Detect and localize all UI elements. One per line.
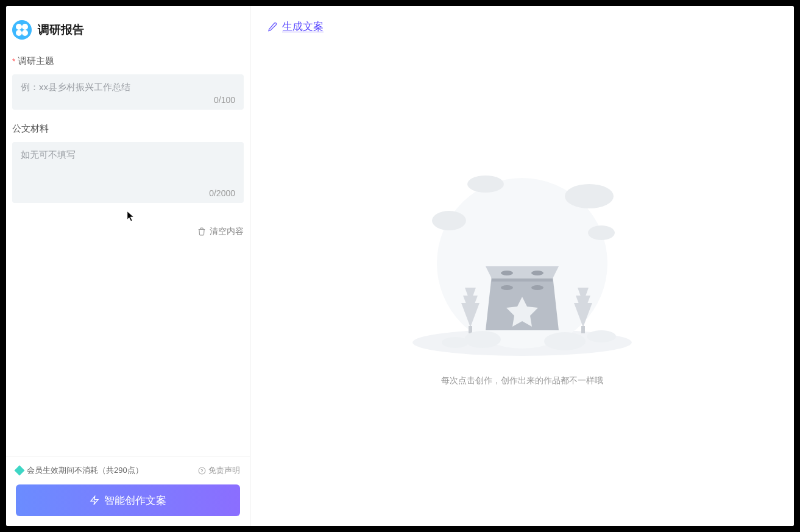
- topic-label: * 调研主题: [12, 55, 244, 67]
- edit-icon: [267, 22, 277, 32]
- svg-point-15: [587, 330, 616, 342]
- points-info: 会员生效期间不消耗（共290点）: [16, 465, 143, 476]
- svg-point-14: [544, 332, 586, 350]
- diamond-icon: [15, 466, 25, 476]
- topic-counter: 0/100: [21, 95, 235, 105]
- svg-point-9: [501, 271, 513, 275]
- form-group-topic: * 调研主题 0/100: [12, 55, 244, 110]
- svg-point-13: [464, 331, 501, 348]
- sidebar: 调研报告 * 调研主题 0/100 公文材料 0/2000: [6, 6, 250, 526]
- empty-text: 每次点击创作，创作出来的作品都不一样哦: [441, 375, 603, 386]
- form-group-material: 公文材料 0/2000: [12, 123, 244, 203]
- disclaimer-link[interactable]: 免责声明: [198, 465, 240, 476]
- topic-label-text: 调研主题: [18, 55, 54, 67]
- svg-point-0: [199, 467, 205, 474]
- svg-point-4: [565, 184, 614, 208]
- disclaimer-text: 免责声明: [208, 465, 240, 476]
- svg-rect-8: [581, 326, 585, 333]
- main-header: 生成文案: [267, 20, 777, 34]
- create-button[interactable]: 智能创作文案: [16, 484, 240, 516]
- generate-tab[interactable]: 生成文案: [282, 20, 324, 34]
- material-label: 公文材料: [12, 123, 244, 135]
- empty-state: 每次点击创作，创作出来的作品都不一样哦: [267, 34, 777, 512]
- trash-icon: [197, 227, 206, 236]
- main-area: 生成文案: [250, 6, 794, 526]
- create-button-label: 智能创作文案: [104, 494, 166, 508]
- app-logo-icon: [12, 20, 32, 40]
- svg-point-12: [531, 285, 543, 290]
- svg-point-3: [432, 211, 466, 230]
- required-star-icon: *: [12, 57, 15, 66]
- form-area: * 调研主题 0/100 公文材料 0/2000: [6, 49, 250, 456]
- info-icon: [198, 467, 206, 475]
- lightning-icon: [90, 495, 99, 505]
- sidebar-footer: 会员生效期间不消耗（共290点） 免责声明: [6, 456, 250, 526]
- svg-rect-7: [469, 326, 472, 333]
- empty-illustration-icon: [400, 160, 644, 361]
- clear-button[interactable]: 清空内容: [12, 216, 244, 237]
- material-label-text: 公文材料: [12, 123, 49, 135]
- footer-info: 会员生效期间不消耗（共290点） 免责声明: [16, 465, 240, 476]
- material-counter: 0/2000: [21, 188, 235, 198]
- topic-input-wrap: 0/100: [12, 74, 244, 110]
- svg-point-5: [588, 225, 615, 240]
- svg-point-11: [501, 285, 513, 290]
- topic-input[interactable]: [21, 82, 235, 92]
- svg-point-6: [467, 176, 504, 193]
- points-text: 会员生效期间不消耗（共290点）: [27, 465, 143, 476]
- clear-label: 清空内容: [210, 226, 244, 237]
- svg-point-10: [531, 271, 543, 275]
- sidebar-header: 调研报告: [6, 6, 250, 49]
- svg-point-16: [442, 337, 469, 348]
- material-input[interactable]: [21, 149, 235, 183]
- app-title: 调研报告: [38, 22, 84, 38]
- material-input-wrap: 0/2000: [12, 142, 244, 203]
